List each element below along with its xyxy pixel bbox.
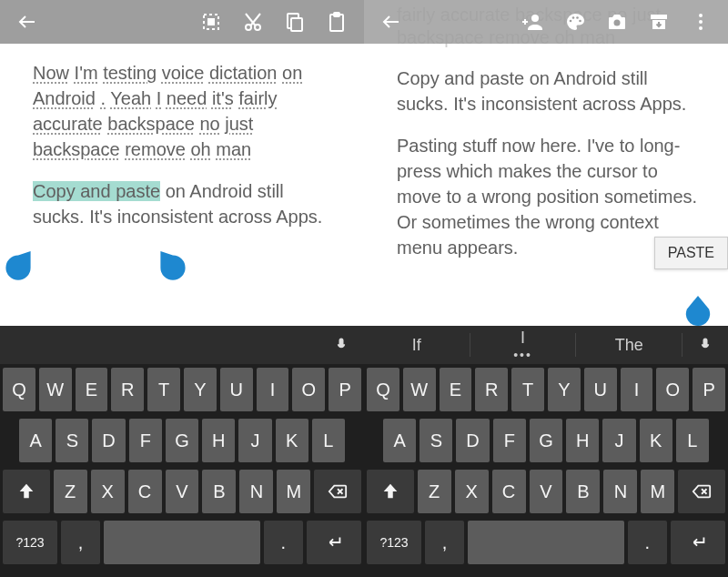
svg-point-9 [572,16,575,19]
svg-rect-6 [334,13,339,16]
key-q[interactable]: Q [367,368,399,411]
key-z[interactable]: Z [418,470,451,513]
back-icon[interactable] [373,4,410,40]
key-v[interactable]: V [530,470,563,513]
comma-key[interactable]: , [61,521,100,564]
key-m[interactable]: M [277,470,310,513]
enter-key[interactable] [671,521,725,564]
enter-key[interactable] [307,521,361,564]
svg-point-2 [246,25,251,30]
key-k[interactable]: K [276,419,308,462]
palette-icon[interactable] [557,4,593,40]
dictation-word: fairly [238,88,277,108]
copy-icon[interactable] [277,4,313,40]
key-t[interactable]: T [511,368,544,411]
suggestion-left [0,326,364,364]
key-s[interactable]: S [420,419,452,462]
camera-icon[interactable] [599,4,635,40]
key-l[interactable]: L [676,419,709,462]
key-y[interactable]: Y [184,368,217,411]
shift-key[interactable] [3,470,50,513]
suggestion-bar: If I ••• The [0,326,728,364]
symbols-key[interactable]: ?123 [3,521,57,564]
key-d[interactable]: D [456,419,489,462]
overflow-icon[interactable] [682,4,719,40]
space-key[interactable] [104,521,260,564]
key-y[interactable]: Y [548,368,581,411]
key-b[interactable]: B [566,470,600,513]
select-all-icon[interactable] [193,4,229,40]
paragraph-selection: Copy and paste on Android still sucks. I… [33,178,339,229]
key-c[interactable]: C [492,470,526,513]
key-p[interactable]: P [693,368,725,411]
suggestion-word[interactable]: The [576,333,682,356]
key-d[interactable]: D [92,419,125,462]
key-b[interactable]: B [202,470,236,513]
comma-key[interactable]: , [425,521,464,564]
key-i[interactable]: I [621,368,653,411]
suggestion-word[interactable]: If [364,333,470,356]
key-f[interactable]: F [129,419,162,462]
key-k[interactable]: K [640,419,672,462]
key-h[interactable]: H [566,419,599,462]
dictation-word: man [216,139,251,159]
selected-text: Copy and paste [33,181,160,201]
key-u[interactable]: U [584,368,617,411]
cut-icon[interactable] [235,4,271,40]
shift-key[interactable] [367,470,414,513]
key-a[interactable]: A [383,419,416,462]
back-icon[interactable] [9,4,46,40]
key-j[interactable]: J [238,419,271,462]
period-key[interactable]: . [264,521,303,564]
key-n[interactable]: N [603,470,637,513]
key-r[interactable]: R [111,368,144,411]
key-i[interactable]: I [257,368,289,411]
key-u[interactable]: U [220,368,253,411]
key-j[interactable]: J [602,419,635,462]
key-v[interactable]: V [166,470,199,513]
key-r[interactable]: R [475,368,508,411]
key-g[interactable]: G [530,419,562,462]
key-a[interactable]: A [19,419,52,462]
svg-point-3 [255,25,260,30]
key-o[interactable]: O [292,368,325,411]
mic-icon[interactable] [318,336,364,354]
dictation-word: testing [103,63,157,83]
key-e[interactable]: E [76,368,108,411]
key-g[interactable]: G [166,419,198,462]
selection-handle-start[interactable] [5,251,31,282]
archive-icon[interactable] [641,4,677,40]
backspace-key[interactable] [678,470,725,513]
key-q[interactable]: Q [3,368,35,411]
key-z[interactable]: Z [54,470,87,513]
backspace-key[interactable] [314,470,361,513]
key-f[interactable]: F [493,419,526,462]
key-m[interactable]: M [641,470,674,513]
paste-popup[interactable]: PASTE [654,237,728,269]
space-key[interactable] [468,521,624,564]
key-c[interactable]: C [128,470,162,513]
key-t[interactable]: T [147,368,180,411]
paste-icon[interactable] [318,4,355,40]
paragraph-dictation: Now I'm testing voice dictation on Andro… [33,60,339,162]
key-e[interactable]: E [440,368,472,411]
cursor-handle[interactable] [684,296,712,329]
dictation-word: on [282,63,302,83]
key-s[interactable]: S [56,419,88,462]
add-person-icon[interactable] [515,4,551,40]
key-x[interactable]: X [91,470,125,513]
period-key[interactable]: . [628,521,667,564]
mic-icon[interactable] [682,336,728,354]
key-x[interactable]: X [455,470,489,513]
key-h[interactable]: H [202,419,235,462]
selection-handle-end[interactable] [160,251,186,282]
key-l[interactable]: L [312,419,345,462]
key-w[interactable]: W [403,368,436,411]
key-o[interactable]: O [656,368,689,411]
symbols-key[interactable]: ?123 [367,521,421,564]
dictation-word: Yeah [110,88,151,108]
key-p[interactable]: P [329,368,361,411]
key-w[interactable]: W [39,368,72,411]
suggestion-word[interactable]: I ••• [470,333,577,356]
key-n[interactable]: N [239,470,273,513]
